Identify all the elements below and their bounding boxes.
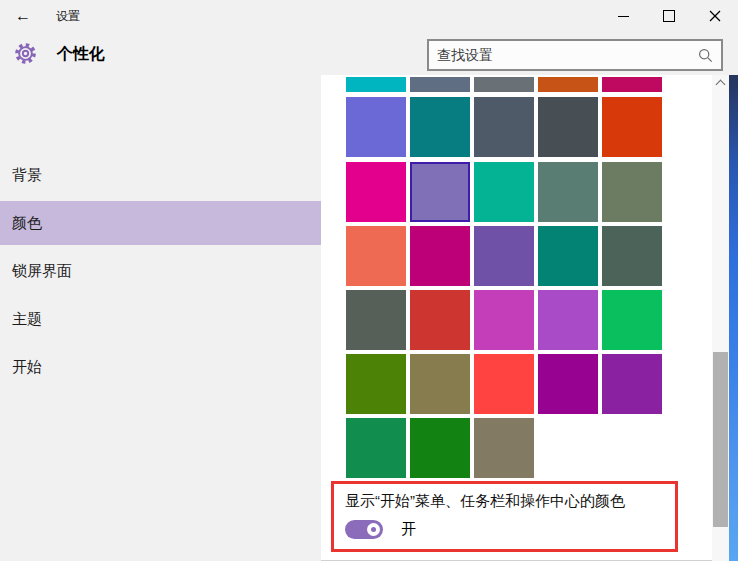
sidebar-item-3[interactable]: 主题 <box>0 297 321 341</box>
color-tile[interactable] <box>346 226 406 286</box>
page-title: 个性化 <box>57 44 105 65</box>
toggle-state-label: 开 <box>401 520 416 539</box>
color-tile-selected[interactable] <box>410 162 470 222</box>
scroll-up-icon[interactable] <box>716 80 726 90</box>
close-button[interactable] <box>692 0 738 32</box>
color-tile[interactable] <box>474 97 534 157</box>
color-tile[interactable] <box>538 77 598 92</box>
color-tile[interactable] <box>538 97 598 157</box>
minimize-button[interactable] <box>600 0 646 32</box>
window-title: 设置 <box>56 8 80 25</box>
color-tile[interactable] <box>410 97 470 157</box>
color-tile[interactable] <box>410 418 470 478</box>
page-header: 个性化 <box>0 32 738 75</box>
color-tile[interactable] <box>346 290 406 350</box>
color-tile[interactable] <box>410 354 470 414</box>
color-tile[interactable] <box>346 97 406 157</box>
color-tile[interactable] <box>538 290 598 350</box>
color-grid <box>346 77 666 479</box>
color-tile[interactable] <box>410 290 470 350</box>
color-tile[interactable] <box>602 97 662 157</box>
sidebar-nav: 背景颜色锁屏界面主题开始 <box>0 75 321 561</box>
color-tile[interactable] <box>410 226 470 286</box>
color-tile[interactable] <box>602 354 662 414</box>
desktop-background-strip <box>729 75 738 561</box>
sidebar-item-4[interactable]: 开始 <box>0 345 321 389</box>
search-box[interactable] <box>427 39 723 71</box>
color-tile[interactable] <box>474 354 534 414</box>
settings-window: ← 设置 个性化 背 <box>0 0 738 561</box>
scrollbar-track[interactable] <box>712 75 729 561</box>
minimize-icon <box>618 16 629 17</box>
color-tile[interactable] <box>602 290 662 350</box>
color-tile[interactable] <box>602 77 662 92</box>
color-tile[interactable] <box>602 226 662 286</box>
color-tile[interactable] <box>602 162 662 222</box>
color-tile[interactable] <box>474 290 534 350</box>
color-tile[interactable] <box>346 162 406 222</box>
color-tile[interactable] <box>346 77 406 92</box>
color-tile[interactable] <box>474 226 534 286</box>
title-bar: ← 设置 <box>0 0 738 32</box>
sidebar-item-2[interactable]: 锁屏界面 <box>0 249 321 293</box>
back-arrow-icon: ← <box>15 7 31 25</box>
close-icon <box>709 10 721 22</box>
color-tile[interactable] <box>538 162 598 222</box>
maximize-icon <box>663 10 675 22</box>
color-tile[interactable] <box>538 354 598 414</box>
show-color-toggle[interactable] <box>345 520 383 539</box>
scrollbar-thumb[interactable] <box>713 352 728 527</box>
color-tile[interactable] <box>346 418 406 478</box>
window-controls <box>600 0 738 32</box>
sidebar-item-1[interactable]: 颜色 <box>0 201 321 245</box>
color-tile[interactable] <box>474 77 534 92</box>
maximize-button[interactable] <box>646 0 692 32</box>
back-button[interactable]: ← <box>0 0 46 32</box>
color-tile[interactable] <box>410 77 470 92</box>
search-icon[interactable] <box>698 48 713 63</box>
search-input[interactable] <box>429 47 698 63</box>
color-tile[interactable] <box>346 354 406 414</box>
color-tile[interactable] <box>538 226 598 286</box>
toggle-knob <box>367 523 380 536</box>
gear-icon <box>13 41 38 66</box>
highlight-annotation-box: 显示“开始”菜单、任务栏和操作中心的颜色 开 <box>331 481 678 552</box>
color-tile[interactable] <box>474 418 534 478</box>
sidebar-item-0[interactable]: 背景 <box>0 153 321 197</box>
toggle-knob-dot <box>371 527 376 532</box>
color-tile[interactable] <box>474 162 534 222</box>
toggle-section-label: 显示“开始”菜单、任务栏和操作中心的颜色 <box>345 492 625 511</box>
